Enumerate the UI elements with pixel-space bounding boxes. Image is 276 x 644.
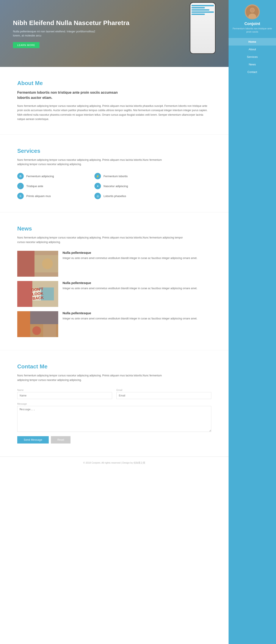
contact-form-row-1: Name Email — [17, 389, 211, 399]
svg-rect-14 — [30, 311, 58, 324]
about-lead: Fermentum lobortis non tristique ante pr… — [17, 90, 125, 100]
news-item-1: Nulla pellentesque Integer eu ante ornar… — [17, 251, 211, 277]
about-text: Nunc fermentum adipiscing tempor cursus … — [17, 104, 211, 122]
service-item-3: ⚓ Tristique ante — [17, 183, 91, 189]
contact-title: Contact Me — [17, 363, 211, 370]
name-field-wrapper: Name — [17, 389, 112, 399]
news-section: News Nunc fermentum adipiscing tempor cu… — [0, 212, 229, 350]
hero-subtitle: Nulla pellentesque mi non laoreet eleife… — [13, 29, 99, 38]
service-icon-5: ① — [17, 193, 24, 199]
svg-point-3 — [250, 8, 254, 12]
dont-look-back-text: DON'TLOOKBACK — [31, 287, 44, 301]
service-label-5: Primis aliquam mus — [26, 194, 51, 198]
sidebar-nav: Home About Services News Contact — [229, 38, 276, 76]
news-item-2: DON'TLOOKBACK Nulla pellentesque Integer… — [17, 281, 211, 307]
service-icon-3: ⚓ — [17, 183, 24, 189]
email-label: Email — [116, 389, 211, 391]
name-input[interactable] — [17, 392, 112, 399]
news-image-1 — [17, 251, 58, 277]
news-image-2: DON'TLOOKBACK — [17, 281, 58, 307]
avatar — [245, 4, 260, 20]
hero-title: Nibh Eleifend Nulla Nascetur Pharetra — [13, 19, 129, 27]
phone-bar-1 — [192, 5, 214, 6]
form-actions: Send Message Reset — [17, 436, 211, 444]
service-label-4: Nascetur adipiscing — [103, 184, 128, 188]
service-item-5: ① Primis aliquam mus — [17, 193, 91, 199]
hero-content: Nibh Eleifend Nulla Nascetur Pharetra Nu… — [13, 19, 129, 48]
services-title: Services — [17, 148, 211, 154]
contact-form: Name Email Message Send Message Reset — [17, 389, 211, 444]
sidebar-name: Conjoint — [245, 22, 260, 26]
contact-section: Contact Me Nunc fermentum adipiscing tem… — [0, 350, 229, 457]
svg-rect-5 — [17, 251, 34, 277]
news-item-title-3: Nulla pellentesque — [62, 311, 197, 315]
service-label-3: Tristique ante — [26, 184, 43, 188]
phone-bar-2 — [192, 7, 205, 8]
news-list: Nulla pellentesque Integer eu ante ornar… — [17, 251, 211, 337]
service-item-6: ◎ Lobortis phasellus — [94, 193, 168, 199]
sidebar-tagline: Fermentum lobortis non tristique ante pr… — [229, 27, 276, 34]
service-icon-1: ⚙ — [17, 173, 24, 179]
footer: © 2018 Conjoint. All rights reserved | D… — [0, 457, 229, 469]
sidebar-item-home[interactable]: Home — [229, 38, 276, 46]
phone-screen — [190, 3, 215, 53]
sidebar-item-about[interactable]: About — [229, 46, 276, 53]
news-item-title-1: Nulla pellentesque — [62, 251, 197, 254]
svg-point-7 — [42, 258, 53, 269]
sidebar-item-services[interactable]: Services — [229, 53, 276, 61]
message-label: Message — [17, 402, 211, 405]
contact-intro: Nunc fermentum adipiscing tempor cursus … — [17, 373, 168, 382]
service-label-6: Lobortis phasellus — [103, 194, 126, 198]
news-body-2: Nulla pellentesque Integer eu ante ornar… — [62, 281, 197, 290]
news-body-1: Nulla pellentesque Integer eu ante ornar… — [62, 251, 197, 260]
services-intro: Nunc fermentum adipiscing tempor cursus … — [17, 158, 168, 166]
sidebar-item-contact[interactable]: Contact — [229, 68, 276, 76]
service-label-1: Fermentum adipiscing — [26, 174, 54, 178]
news-item-text-2: Integer eu ante ornare amet commetus ves… — [62, 286, 197, 290]
news-item-text-3: Integer eu ante ornare amet commetus ves… — [62, 316, 197, 321]
about-title: About Me — [17, 80, 211, 86]
service-icon-4: ✦ — [94, 183, 101, 189]
email-input[interactable] — [116, 392, 211, 399]
footer-text: © 2018 Conjoint. All rights reserved | D… — [83, 462, 146, 464]
service-icon-6: ◎ — [94, 193, 101, 199]
reset-button[interactable]: Reset — [51, 436, 70, 444]
service-item-4: ✦ Nascetur adipiscing — [94, 183, 168, 189]
phone-bar-4 — [192, 12, 214, 13]
svg-rect-13 — [17, 311, 30, 337]
news-item-3: Nulla pellentesque Integer eu ante ornar… — [17, 311, 211, 337]
main-content: Nibh Eleifend Nulla Nascetur Pharetra Nu… — [0, 0, 229, 469]
send-message-button[interactable]: Send Message — [17, 436, 49, 444]
sidebar: Conjoint Fermentum lobortis non tristiqu… — [229, 0, 276, 469]
service-item-1: ⚙ Fermentum adipiscing — [17, 173, 91, 179]
hero-phone-mockup — [190, 2, 216, 54]
about-section: About Me Fermentum lobortis non tristiqu… — [0, 67, 229, 135]
news-title: News — [17, 225, 211, 232]
svg-rect-9 — [17, 281, 32, 307]
name-label: Name — [17, 389, 112, 391]
service-label-2: Fermentum lobortis — [103, 174, 128, 178]
phone-bar-5 — [192, 14, 205, 15]
news-image-3 — [17, 311, 58, 337]
news-item-title-2: Nulla pellentesque — [62, 281, 197, 285]
services-section: Services Nunc fermentum adipiscing tempo… — [0, 135, 229, 212]
news-item-text-1: Integer eu ante ornare amet commetus ves… — [62, 256, 197, 260]
services-grid: ⚙ Fermentum adipiscing ⚡ Fermentum lobor… — [17, 173, 168, 199]
message-textarea[interactable] — [17, 406, 211, 432]
svg-rect-16 — [43, 324, 56, 337]
service-icon-2: ⚡ — [94, 173, 101, 179]
svg-point-15 — [32, 326, 41, 335]
sidebar-item-news[interactable]: News — [229, 61, 276, 68]
email-field-wrapper: Email — [116, 389, 211, 399]
news-body-3: Nulla pellentesque Integer eu ante ornar… — [62, 311, 197, 321]
news-intro: Nunc fermentum adipiscing tempor cursus … — [17, 236, 190, 244]
phone-bar-3 — [192, 9, 209, 10]
hero-section: Nibh Eleifend Nulla Nascetur Pharetra Nu… — [0, 0, 229, 67]
service-item-2: ⚡ Fermentum lobortis — [94, 173, 168, 179]
hero-learn-more-button[interactable]: LEARN MORE — [13, 42, 39, 48]
message-field-wrapper: Message — [17, 402, 211, 432]
